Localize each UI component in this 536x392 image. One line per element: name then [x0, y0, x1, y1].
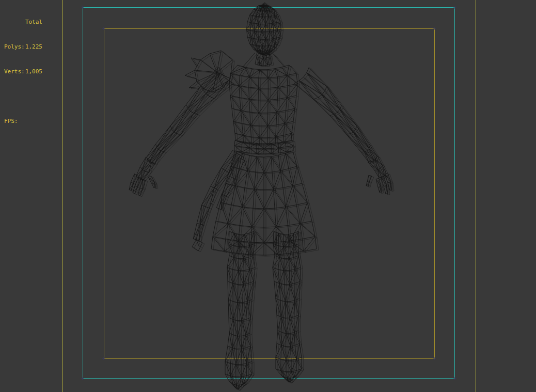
stats-verts-row: Verts: 1,005	[4, 68, 42, 76]
stats-verts-label: Verts:	[4, 68, 25, 76]
stats-verts-value: 1,005	[25, 68, 42, 76]
stats-fps-label: FPS:	[4, 117, 18, 126]
stats-polys-value: 1,225	[25, 43, 42, 51]
stats-polys-label: Polys:	[4, 43, 25, 51]
stats-polys-row: Polys: 1,225	[4, 43, 42, 51]
stats-total-row: Total	[4, 18, 42, 26]
viewport[interactable]: { "stats": { "total": { "label": "", "va…	[0, 0, 536, 392]
safe-frame-inner	[104, 28, 435, 359]
viewport-guide-line-left	[62, 0, 62, 392]
stats-total-value: Total	[25, 18, 42, 26]
stats-spacer	[4, 92, 42, 101]
stats-fps-row: FPS:	[4, 117, 42, 126]
viewport-statistics: Total Polys: 1,225 Verts: 1,005 FPS:	[4, 2, 42, 134]
viewport-guide-line-right	[476, 0, 476, 392]
